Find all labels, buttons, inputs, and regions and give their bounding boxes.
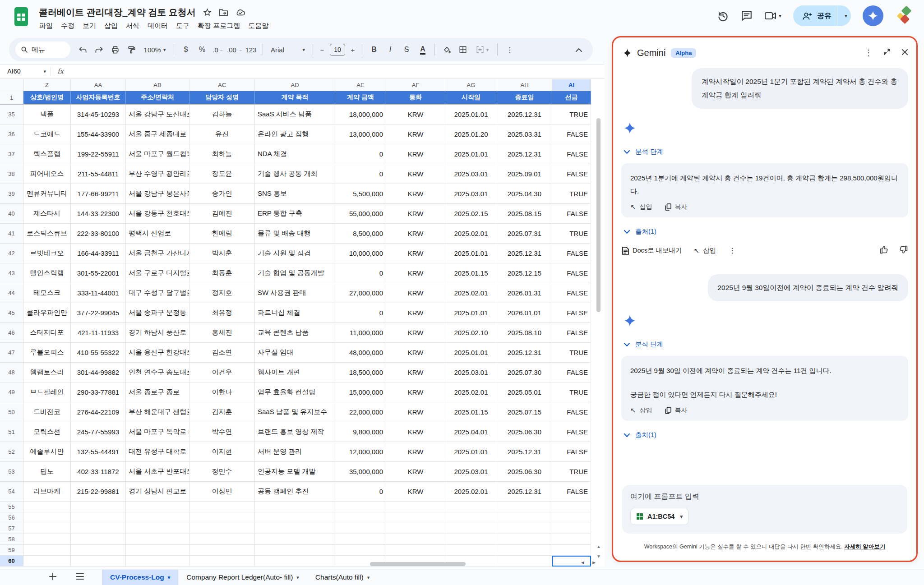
data-cell[interactable]: 정민수 xyxy=(189,462,255,482)
data-cell[interactable]: 딥노 xyxy=(23,462,71,482)
workspace-addon-logo[interactable] xyxy=(895,6,914,25)
empty-cell[interactable] xyxy=(189,502,255,512)
sources-toggle[interactable]: 출처(1) xyxy=(624,431,908,439)
prompt-input-area[interactable]: 여기에 프롬프트 입력 A1:BC54 ▾ xyxy=(622,485,907,534)
data-cell[interactable]: FALSE xyxy=(552,303,591,323)
data-cell[interactable]: 35,000,000 xyxy=(335,462,386,482)
column-letter[interactable]: AH xyxy=(497,79,552,91)
empty-cell[interactable] xyxy=(255,545,335,556)
sheet-tab[interactable]: Company Report Ledger(Auto- fill)▾ xyxy=(178,570,307,585)
decrease-decimal-button[interactable]: .0← xyxy=(211,41,226,58)
data-cell[interactable]: 대전 유성구 대학로 xyxy=(126,442,189,462)
data-cell[interactable]: TRUE xyxy=(552,184,591,204)
empty-cell[interactable] xyxy=(497,545,552,556)
data-cell[interactable]: KRW xyxy=(386,303,445,323)
data-cell[interactable]: 402-33-11872 xyxy=(71,462,126,482)
header-cell[interactable]: 계약 목적 xyxy=(255,91,335,105)
data-cell[interactable]: 2025.02.01 xyxy=(445,283,497,303)
column-letter[interactable]: AD xyxy=(255,79,335,91)
data-cell[interactable]: 2025.09.01 xyxy=(497,164,552,184)
empty-cell[interactable] xyxy=(126,523,189,534)
data-cell[interactable]: 2025.05.01 xyxy=(497,382,552,402)
data-cell[interactable]: 8,500,000 xyxy=(335,224,386,244)
decrease-font-size-button[interactable]: − xyxy=(317,41,327,58)
data-cell[interactable]: 2025.01.20 xyxy=(445,124,497,144)
data-cell[interactable]: SaaS 서비스 납품 xyxy=(255,105,335,124)
data-cell[interactable]: KRW xyxy=(386,402,445,422)
data-cell[interactable]: 김하늘 xyxy=(189,105,255,124)
data-cell[interactable]: 377-22-99045 xyxy=(71,303,126,323)
data-cell[interactable]: 55,000,000 xyxy=(335,204,386,224)
data-cell[interactable]: 2025.07.30 xyxy=(497,363,552,382)
data-cell[interactable]: 2025.12.31 xyxy=(497,244,552,263)
empty-cell[interactable] xyxy=(386,523,445,534)
data-cell[interactable]: 15,000,000 xyxy=(335,382,386,402)
data-cell[interactable]: NDA 체결 xyxy=(255,144,335,164)
data-cell[interactable]: 2026.01.31 xyxy=(497,283,552,303)
data-cell[interactable]: 교육 콘텐츠 납품 xyxy=(255,323,335,343)
menu-item[interactable]: 서식 xyxy=(122,20,143,32)
data-cell[interactable]: 211-55-44811 xyxy=(71,164,126,184)
share-button[interactable]: 공유 ▾ xyxy=(793,5,851,26)
merge-cells-button[interactable]: ▾ xyxy=(471,41,493,58)
row-number[interactable]: 58 xyxy=(0,534,23,545)
data-cell[interactable]: 렉스플랩 xyxy=(23,144,71,164)
data-cell[interactable]: KRW xyxy=(386,283,445,303)
data-cell[interactable]: 김지훈 xyxy=(189,402,255,422)
comments-icon[interactable] xyxy=(741,10,753,22)
data-cell[interactable]: 0 xyxy=(335,263,386,283)
row-number[interactable]: 56 xyxy=(0,512,23,523)
name-box[interactable]: AI60▾ xyxy=(0,68,51,75)
empty-cell[interactable] xyxy=(255,523,335,534)
row-number[interactable]: 57 xyxy=(0,523,23,534)
data-cell[interactable]: 301-55-22001 xyxy=(71,263,126,283)
data-cell[interactable]: 132-55-44491 xyxy=(71,442,126,462)
empty-cell[interactable] xyxy=(23,523,71,534)
empty-cell[interactable] xyxy=(497,502,552,512)
data-cell[interactable]: 0 xyxy=(335,144,386,164)
column-letter[interactable]: AA xyxy=(71,79,126,91)
data-cell[interactable]: 2025.04.01 xyxy=(445,422,497,442)
increase-decimal-button[interactable]: .00→ xyxy=(227,41,242,58)
toolbar-search[interactable]: 메뉴 xyxy=(15,41,70,58)
data-cell[interactable]: 유진 xyxy=(189,124,255,144)
data-cell[interactable]: 2025.02.01 xyxy=(445,382,497,402)
data-cell[interactable]: KRW xyxy=(386,263,445,283)
undo-button[interactable] xyxy=(75,41,90,58)
spreadsheet-grid[interactable]: ZAAABACADAEAFAGAHAI1상호/법인명사업자등록번호주소/연락처담… xyxy=(0,79,605,567)
data-cell[interactable]: 2025.07.15 xyxy=(497,402,552,422)
row-number[interactable]: 54 xyxy=(0,482,23,502)
data-cell[interactable]: 피어네오스 xyxy=(23,164,71,184)
data-cell[interactable]: 홍세진 xyxy=(189,323,255,343)
gemini-button[interactable] xyxy=(863,5,883,26)
data-cell[interactable]: SW 사용권 판매 xyxy=(255,283,335,303)
empty-cell[interactable] xyxy=(497,534,552,545)
data-cell[interactable]: 2025.08.10 xyxy=(497,323,552,343)
scroll-left-arrow[interactable]: ◄ xyxy=(580,560,585,565)
menu-item[interactable]: 보기 xyxy=(79,20,100,32)
bold-button[interactable]: B xyxy=(366,41,382,58)
data-cell[interactable]: FALSE xyxy=(552,482,591,502)
data-cell[interactable]: 멘류커뮤니티 xyxy=(23,184,71,204)
fill-color-button[interactable] xyxy=(439,41,454,58)
data-cell[interactable]: KRW xyxy=(386,323,445,343)
data-cell[interactable]: KRW xyxy=(386,184,445,204)
data-cell[interactable]: 2025.07.31 xyxy=(497,224,552,244)
empty-cell[interactable] xyxy=(552,502,591,512)
data-cell[interactable]: KRW xyxy=(386,382,445,402)
empty-cell[interactable] xyxy=(23,556,71,567)
data-cell[interactable]: KRW xyxy=(386,462,445,482)
data-cell[interactable]: 텔인스릭랩 xyxy=(23,263,71,283)
empty-cell[interactable] xyxy=(497,512,552,523)
menu-item[interactable]: 확장 프로그램 xyxy=(194,20,244,32)
data-cell[interactable]: KRW xyxy=(386,422,445,442)
menu-item[interactable]: 도움말 xyxy=(244,20,273,32)
data-cell[interactable]: 기술 행사 공동 개최 xyxy=(255,164,335,184)
share-caret-icon[interactable]: ▾ xyxy=(845,13,847,19)
data-cell[interactable]: 333-11-44001 xyxy=(71,283,126,303)
data-cell[interactable]: 245-77-55993 xyxy=(71,422,126,442)
data-cell[interactable]: 2025.06.30 xyxy=(497,422,552,442)
data-cell[interactable]: 18,500,000 xyxy=(335,363,386,382)
row-number[interactable]: 60 xyxy=(0,556,23,567)
horizontal-scrollbar[interactable] xyxy=(370,562,466,566)
